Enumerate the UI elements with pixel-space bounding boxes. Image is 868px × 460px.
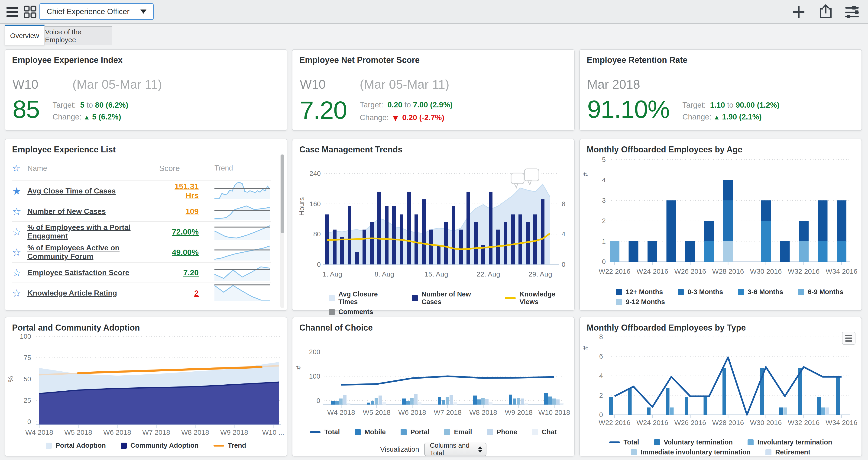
metric-name-link[interactable]: % of Employees with a Portal Engagment [27, 223, 159, 240]
metric-score-link[interactable]: 72.00% [159, 227, 199, 236]
metric-name-link[interactable]: Avg Close Time of Cases [27, 187, 159, 195]
channel-bars [331, 393, 563, 405]
legend-item[interactable]: 3-6 Months [738, 288, 783, 296]
legend-swatch [654, 439, 660, 446]
export-icon[interactable] [819, 4, 833, 19]
legend-item[interactable]: Phone [487, 428, 517, 436]
dashboard-grid-icon[interactable] [24, 6, 37, 19]
legend-item[interactable]: Chat [532, 428, 557, 436]
legend-item[interactable]: 6-9 Months [798, 288, 843, 296]
legend-item[interactable]: Total [310, 428, 340, 436]
list-item[interactable]: ☆Knowledge Article Rating2 [12, 283, 271, 303]
legend-item[interactable]: 0-3 Months [678, 288, 723, 296]
legend-line-swatch [310, 431, 320, 433]
legend-label: Phone [497, 428, 517, 436]
list-scrollbar-thumb[interactable] [281, 155, 284, 233]
legend-item[interactable]: Portal [401, 428, 429, 436]
star-outline-icon[interactable]: ☆ [12, 247, 27, 258]
chart-context-menu-icon[interactable] [842, 332, 856, 345]
metric-trend-sparkline[interactable] [199, 284, 271, 302]
legend-item[interactable]: Avg Closure Times [329, 290, 397, 306]
comment-bubble-icon[interactable] [511, 173, 524, 188]
legend-label: Total [324, 428, 340, 436]
legend-item[interactable]: Mobile [354, 428, 386, 436]
star-outline-icon[interactable]: ☆ [12, 205, 27, 217]
legend-item[interactable]: Involuntary termination [748, 438, 832, 446]
list-item[interactable]: ☆% of Employees with a Portal Engagment7… [12, 221, 271, 242]
column-header-score[interactable]: Score [159, 164, 199, 173]
tab-voice-label: Voice of the Employee [45, 28, 112, 44]
svg-text:W6 2018: W6 2018 [398, 408, 426, 416]
svg-text:W10 2018: W10 2018 [538, 408, 570, 416]
legend-item[interactable]: Voluntary termination [654, 438, 733, 446]
chart-legend: Portal AdoptionCommunity AdoptionTrend [5, 442, 287, 449]
metric-trend-sparkline[interactable] [199, 243, 271, 261]
legend-swatch [798, 289, 804, 295]
svg-text:W8 2018: W8 2018 [469, 408, 497, 416]
metric-score-link[interactable]: 49.00% [159, 248, 199, 257]
svg-text:#: # [581, 172, 589, 176]
svg-text:W7 2018: W7 2018 [142, 428, 170, 436]
metric-name-link[interactable]: % of Employees Active on Community Forum [27, 243, 159, 261]
svg-text:W22 2016: W22 2016 [599, 419, 630, 426]
star-outline-icon[interactable]: ☆ [12, 226, 27, 238]
comment-bubble-icon[interactable] [525, 169, 539, 185]
chart-legend: 12+ Months0-3 Months3-6 Months6-9 Months… [580, 288, 862, 306]
list-item[interactable]: ☆Number of New Cases109 [12, 201, 271, 221]
legend-item[interactable]: Trend [214, 442, 246, 449]
legend-swatch [631, 449, 637, 455]
visualization-select[interactable]: Columns and Total [424, 442, 487, 456]
svg-text:0: 0 [27, 418, 31, 425]
legend-item[interactable]: 9-12 Months [616, 298, 665, 306]
metric-score-link[interactable]: 7.20 [159, 268, 199, 277]
metric-name-link[interactable]: Knowledge Article Rating [27, 289, 159, 297]
tab-overview[interactable]: Overview [5, 25, 44, 45]
metric-trend-sparkline[interactable] [199, 182, 271, 200]
legend-item[interactable]: Community Adoption [121, 442, 199, 449]
metric-trend-sparkline[interactable] [199, 263, 271, 282]
metric-name-link[interactable]: Employee Satisfaction Score [27, 268, 159, 277]
profile-selector-dropdown[interactable]: Chief Experience Officer [39, 3, 154, 20]
list-item[interactable]: ★Avg Close Time of Cases151.31 Hrs [12, 180, 271, 201]
metric-score-link[interactable]: 2 [159, 289, 199, 298]
legend-item[interactable]: Portal Adoption [46, 442, 105, 449]
svg-text:#: # [581, 346, 589, 350]
filter-settings-icon[interactable] [845, 6, 859, 19]
legend-item[interactable]: Total [609, 438, 639, 446]
chart-legend: Avg Closure TimesNumber of New CasesKnow… [292, 290, 574, 316]
star-outline-icon[interactable]: ☆ [12, 287, 27, 299]
tab-voice-of-the-employee[interactable]: Voice of the Employee [45, 26, 112, 45]
svg-text:4: 4 [562, 230, 565, 238]
legend-item[interactable]: Email [444, 428, 472, 436]
metric-trend-sparkline[interactable] [199, 202, 271, 221]
star-column-icon[interactable]: ☆ [12, 163, 27, 173]
change-up-icon: ▲ [713, 114, 720, 121]
case-management-trends-chart: 240160800840Hours1. Aug8. Aug15. Aug22. … [292, 139, 575, 288]
list-item[interactable]: ☆Employee Satisfaction Score7.20 [12, 262, 271, 283]
legend-item[interactable]: Comments [329, 308, 373, 316]
kpi-period-range: (Mar 05-Mar 11) [72, 77, 162, 91]
svg-text:W26 2016: W26 2016 [675, 267, 706, 275]
legend-swatch [444, 429, 450, 435]
hamburger-menu-icon[interactable] [6, 7, 18, 17]
star-filled-icon[interactable]: ★ [12, 185, 27, 197]
legend-label: Portal [410, 428, 429, 436]
legend-item[interactable]: 12+ Months [616, 288, 663, 296]
add-icon[interactable] [792, 5, 805, 19]
metric-name-link[interactable]: Number of New Cases [27, 207, 159, 216]
svg-text:200: 200 [309, 348, 320, 356]
legend-item[interactable]: Number of New Cases [412, 290, 490, 306]
metric-trend-sparkline[interactable] [199, 223, 271, 241]
legend-item[interactable]: Retirement [766, 449, 810, 456]
svg-text:W24 2016: W24 2016 [637, 419, 669, 426]
svg-text:W10 ...: W10 ... [262, 428, 284, 436]
legend-item[interactable]: Knowledge Views [505, 290, 574, 306]
metric-score-link[interactable]: 109 [159, 207, 199, 216]
list-item[interactable]: ☆% of Employees Active on Community Foru… [12, 242, 271, 262]
column-header-name[interactable]: Name [27, 164, 159, 173]
star-outline-icon[interactable]: ☆ [12, 267, 27, 278]
column-header-trend[interactable]: Trend [199, 164, 271, 172]
metric-score-link[interactable]: 151.31 Hrs [159, 182, 199, 200]
list-scrollbar[interactable] [280, 154, 284, 308]
legend-item[interactable]: Immediate involuntary termination [631, 449, 750, 456]
